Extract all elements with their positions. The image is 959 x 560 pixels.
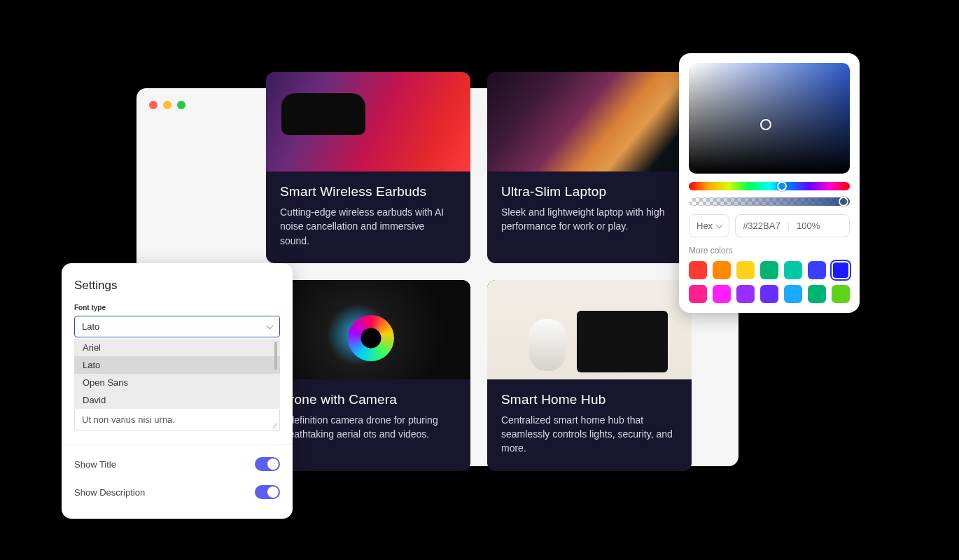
product-image <box>487 280 692 379</box>
product-card[interactable]: Drone with Camera h-definition camera dr… <box>266 280 470 471</box>
product-title: Ultra-Slim Laptop <box>501 184 678 200</box>
color-swatch[interactable] <box>689 285 707 303</box>
font-option[interactable]: Lato <box>74 356 280 374</box>
color-mode-value: Hex <box>696 220 713 231</box>
opacity-thumb[interactable] <box>839 197 848 206</box>
input-divider: | <box>788 220 790 231</box>
product-card[interactable]: Ultra-Slim Laptop Sleek and lightweight … <box>487 72 692 263</box>
product-description: Cutting-edge wireless earbuds with AI no… <box>280 205 456 248</box>
product-image <box>266 280 470 379</box>
show-title-toggle[interactable] <box>255 457 280 471</box>
chevron-down-icon <box>716 221 723 228</box>
product-card[interactable]: Smart Wireless Earbuds Cutting-edge wire… <box>266 72 470 263</box>
show-description-row: Show Description <box>74 478 280 506</box>
color-inputs: Hex #322BA7 | 100% <box>689 214 850 237</box>
divider <box>62 444 293 444</box>
font-type-selected-value: Lato <box>82 321 99 332</box>
color-swatch[interactable] <box>808 261 826 279</box>
font-option[interactable]: David <box>74 391 280 409</box>
product-title: Drone with Camera <box>280 392 456 407</box>
swatch-grid <box>689 261 850 303</box>
saturation-value-panel[interactable] <box>689 63 850 174</box>
opacity-value: 100% <box>797 220 820 231</box>
show-title-label: Show Title <box>74 459 116 470</box>
color-swatch[interactable] <box>713 261 731 279</box>
color-swatch[interactable] <box>736 261 755 279</box>
show-description-label: Show Description <box>74 487 145 498</box>
chevron-down-icon <box>267 322 274 329</box>
product-card[interactable]: Smart Home Hub Centralized smart home hu… <box>487 280 692 471</box>
product-image <box>487 72 692 172</box>
font-option[interactable]: Ariel <box>74 339 280 356</box>
product-description: h-definition camera drone for pturing br… <box>280 413 456 442</box>
hue-slider[interactable] <box>689 182 850 190</box>
color-swatch[interactable] <box>713 285 731 303</box>
show-title-row: Show Title <box>74 450 280 478</box>
color-mode-select[interactable]: Hex <box>689 214 729 237</box>
product-image <box>266 72 470 172</box>
color-swatch[interactable] <box>808 285 826 303</box>
settings-title: Settings <box>74 279 280 293</box>
product-title: Smart Wireless Earbuds <box>280 184 456 200</box>
color-swatch[interactable] <box>832 285 850 303</box>
opacity-slider[interactable] <box>689 197 850 206</box>
color-swatch[interactable] <box>832 261 850 279</box>
sv-thumb[interactable] <box>760 119 771 130</box>
hex-input-group[interactable]: #322BA7 | 100% <box>735 214 850 237</box>
color-swatch[interactable] <box>736 285 755 303</box>
close-window-icon[interactable] <box>149 101 158 109</box>
product-description: Sleek and lightweight laptop with high p… <box>501 205 678 234</box>
product-title: Smart Home Hub <box>501 392 678 407</box>
window-controls <box>149 101 186 109</box>
font-option[interactable]: Open Sans <box>74 374 280 391</box>
font-type-select[interactable]: Lato <box>74 316 280 337</box>
product-cards-grid: Smart Wireless Earbuds Cutting-edge wire… <box>266 72 692 471</box>
product-description: Centralized smart home hub that seamless… <box>501 413 678 456</box>
minimize-window-icon[interactable] <box>163 101 172 109</box>
color-picker-panel: Hex #322BA7 | 100% More colors <box>679 53 860 313</box>
color-swatch[interactable] <box>784 285 802 303</box>
font-type-label: Font type <box>74 304 280 312</box>
color-swatch[interactable] <box>760 261 778 279</box>
more-colors-label: More colors <box>689 246 850 255</box>
show-description-toggle[interactable] <box>255 485 280 499</box>
settings-panel: Settings Font type Lato Ariel Lato Open … <box>62 263 293 519</box>
color-swatch[interactable] <box>689 261 707 279</box>
hue-thumb[interactable] <box>777 181 787 191</box>
maximize-window-icon[interactable] <box>177 101 186 109</box>
hex-value: #322BA7 <box>743 220 780 231</box>
color-swatch[interactable] <box>760 285 778 303</box>
font-type-dropdown: Ariel Lato Open Sans David <box>74 339 280 409</box>
description-textarea[interactable]: Ut non varius nisi urna. <box>74 409 280 431</box>
color-swatch[interactable] <box>784 261 802 279</box>
